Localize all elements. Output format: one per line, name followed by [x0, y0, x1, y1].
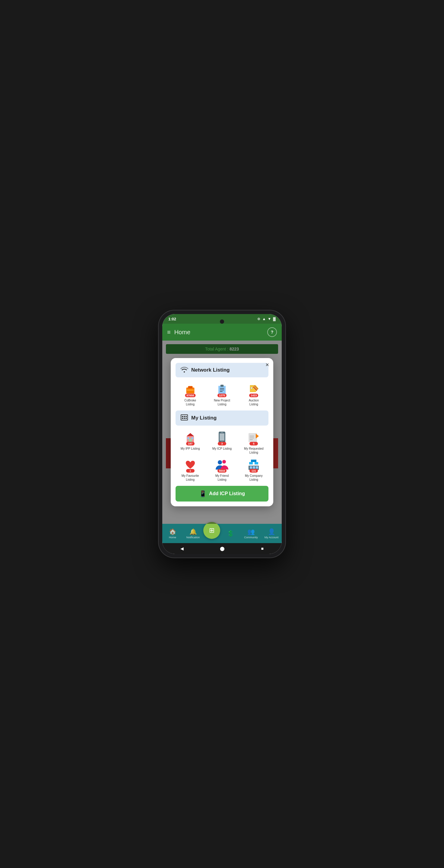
- myipp-listing-item[interactable]: 197 My IPP Listing: [176, 430, 205, 455]
- my-section-title: My Listing: [191, 415, 216, 421]
- myicp-badge: 3: [218, 442, 226, 445]
- svg-rect-12: [184, 416, 185, 417]
- svg-rect-36: [256, 466, 258, 469]
- network-section-title: Network Listing: [191, 367, 230, 373]
- svg-rect-16: [185, 418, 187, 419]
- modal-close-button[interactable]: ×: [265, 362, 269, 368]
- nav-myaccount[interactable]: 👤 My Account: [261, 528, 282, 539]
- mycompany-icon-wrap: 131: [245, 457, 262, 472]
- svg-rect-23: [221, 432, 223, 433]
- svg-rect-32: [251, 460, 256, 462]
- myfriend-badge: 5644: [217, 469, 227, 472]
- nav-listing-center[interactable]: ⊞: [203, 522, 220, 539]
- svg-rect-31: [255, 462, 258, 464]
- myipp-label: My IPP Listing: [181, 447, 200, 451]
- android-nav-bar: ◀ ⬤ ■: [162, 543, 282, 554]
- home-nav-icon: 🏠: [169, 528, 176, 535]
- cobroke-badge: 97658: [185, 394, 196, 397]
- newproject-badge: 1275: [217, 394, 227, 397]
- myfavourite-icon-wrap: 1: [182, 457, 199, 472]
- cobroke-listing-item[interactable]: 97658 CoBrokeListing: [176, 381, 205, 406]
- svg-rect-11: [182, 416, 183, 417]
- notification-nav-icon: 🔔: [189, 528, 197, 535]
- svg-rect-13: [185, 416, 187, 417]
- wifi-icon: [180, 366, 188, 374]
- mycompany-label: My CompanyListing: [245, 474, 263, 482]
- network-section-header: Network Listing: [176, 363, 268, 377]
- svg-rect-35: [253, 466, 255, 469]
- svg-rect-2: [188, 386, 192, 388]
- add-icp-button[interactable]: 📱 Add ICP Listing: [176, 486, 268, 501]
- app-bar: ≡ Home ?: [162, 324, 282, 341]
- svg-rect-30: [249, 462, 253, 464]
- svg-rect-18: [187, 437, 189, 439]
- myaccount-nav-label: My Account: [265, 536, 279, 539]
- svg-point-0: [184, 371, 185, 373]
- newproject-listing-item[interactable]: 1275 New ProjectListing: [207, 381, 236, 406]
- mycompany-listing-item[interactable]: 131 My CompanyListing: [239, 457, 268, 482]
- svg-rect-5: [220, 384, 224, 387]
- svg-rect-14: [182, 418, 183, 419]
- phone-screen: 1:02 ⊕ ▲ ▼ ▓ ≡ Home ? Total Agent : 8223: [162, 314, 282, 554]
- myicp-label: My ICP Listing: [212, 447, 232, 451]
- auction-label: AuctionListing: [249, 398, 259, 406]
- myicp-listing-item[interactable]: 3 My ICP Listing: [207, 430, 236, 455]
- myfavourite-listing-item[interactable]: 1 My FavouriteListing: [176, 457, 205, 482]
- vpn-icon: ⊕: [257, 317, 260, 321]
- myfriend-icon-wrap: 5644: [213, 457, 231, 472]
- svg-rect-10: [181, 415, 188, 420]
- newproject-label: New ProjectListing: [214, 398, 230, 406]
- myfavourite-label: My FavouriteListing: [182, 474, 199, 482]
- listing-center-icon: ⊞: [209, 527, 214, 534]
- svg-rect-19: [191, 437, 194, 439]
- my-listing-grid: 197 My IPP Listing: [176, 430, 268, 482]
- back-button[interactable]: ◀: [180, 546, 184, 551]
- myipp-badge: 197: [186, 442, 195, 445]
- cobroke-label: CoBrokeListing: [184, 398, 196, 406]
- newproject-icon-wrap: 1275: [213, 381, 231, 397]
- wifi-status-icon: ▼: [268, 317, 271, 321]
- network-listing-grid: 97658 CoBrokeListing: [176, 381, 268, 406]
- signal-icon: ▲: [262, 317, 266, 321]
- add-icp-label: Add ICP Listing: [209, 491, 245, 496]
- hamburger-menu[interactable]: ≡: [167, 329, 171, 336]
- svg-rect-15: [184, 418, 185, 419]
- myrequested-icon-wrap: 5: [245, 430, 262, 445]
- myipp-icon-wrap: 197: [182, 430, 199, 445]
- myrequested-label: My RequestedListing: [244, 447, 263, 455]
- bottom-nav: 🏠 Home 🔔 Notification ⊞ 💲 👥 Community 👤 …: [162, 524, 282, 543]
- nav-community[interactable]: 👥 Community: [241, 528, 261, 539]
- community-nav-icon: 👥: [247, 528, 255, 535]
- nav-home[interactable]: 🏠 Home: [162, 528, 183, 539]
- battery-icon: ▓: [273, 317, 276, 321]
- cobroke-icon-wrap: 97658: [182, 381, 199, 397]
- recents-button[interactable]: ■: [261, 546, 263, 551]
- add-icp-icon: 📱: [199, 490, 207, 497]
- myfriend-listing-item[interactable]: 5644 My FriendListing: [207, 457, 236, 482]
- nav-dollar[interactable]: 💲: [220, 530, 241, 537]
- my-section-header: My Listing: [176, 410, 268, 426]
- camera-notch: [220, 319, 224, 324]
- auction-icon-wrap: 1423: [245, 381, 262, 397]
- status-time: 1:02: [168, 317, 176, 321]
- svg-point-29: [222, 460, 226, 464]
- home-button[interactable]: ⬤: [220, 546, 225, 551]
- svg-rect-3: [187, 390, 194, 391]
- dollar-nav-icon: 💲: [227, 530, 234, 537]
- community-nav-label: Community: [244, 536, 258, 539]
- myfavourite-badge: 1: [186, 469, 195, 472]
- main-content: Total Agent : 8223 EVERYONE'S A WINNER ×: [162, 341, 282, 524]
- app-title: Home: [174, 329, 267, 336]
- auction-badge: 1423: [249, 394, 258, 397]
- notification-nav-label: Notification: [186, 536, 200, 539]
- modal-dialog: × Network Listing: [171, 358, 273, 506]
- help-button[interactable]: ?: [267, 327, 277, 337]
- auction-listing-item[interactable]: 1423 AuctionListing: [239, 381, 268, 406]
- mycompany-badge: 131: [249, 469, 258, 472]
- modal-overlay[interactable]: × Network Listing: [162, 341, 282, 524]
- myicp-icon-wrap: 3: [213, 430, 231, 445]
- svg-rect-34: [250, 466, 252, 469]
- home-nav-label: Home: [169, 536, 176, 539]
- myrequested-listing-item[interactable]: 5 My RequestedListing: [239, 430, 268, 455]
- nav-notification[interactable]: 🔔 Notification: [183, 528, 203, 539]
